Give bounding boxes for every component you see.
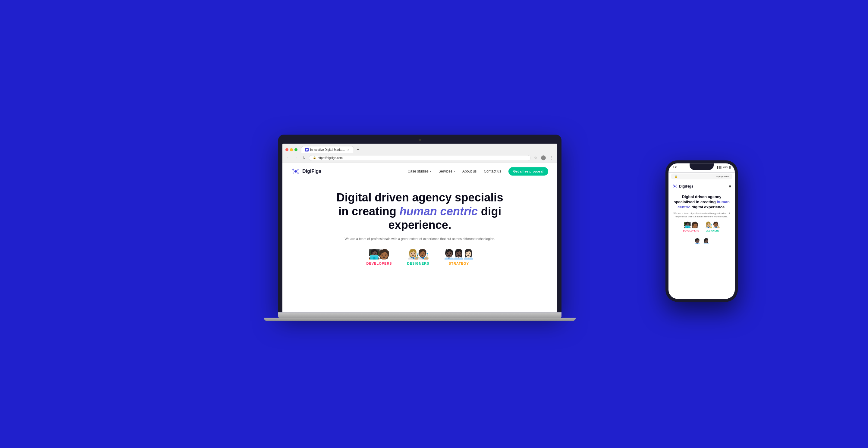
phone-teams: 🧑🏿‍💻 🧑🏾 DEVELOPERS 👩🏼‍🎨 🧑🏾‍🎨 <box>672 221 731 232</box>
developer-avatar-2: 🧑🏾 <box>378 249 390 260</box>
signal-icon: ▌▌▌ <box>717 166 722 169</box>
more-button[interactable]: ⋮ <box>548 155 554 161</box>
strategy-avatar-3: 👩🏻‍💼 <box>462 249 474 260</box>
phone-hero-subtitle: We are a team of professionals with a gr… <box>672 211 731 218</box>
hero-teams: 🧑🏿‍💻 🧑🏾 DEVELOPERS 👩🏼‍🎨 🧑🏾‍🎨 <box>288 249 551 266</box>
nav-links: Case studies ▾ Services ▾ About us <box>408 167 548 175</box>
phone-frame: 9:41 ▌▌▌ WiFi ▓ 🔒 digifigs.com <box>665 161 738 302</box>
phone-hero-title: Digital driven agency specialised in cre… <box>672 195 731 210</box>
logo-icon <box>291 167 300 175</box>
phone-screen: 🔒 digifigs.com <box>669 173 735 299</box>
nav-contact-label: Contact us <box>484 169 501 173</box>
phone-navbar: DigiFigs ≡ <box>672 184 731 189</box>
phone-des-avatars: 👩🏼‍🎨 🧑🏾‍🎨 <box>705 221 720 229</box>
phone-team-designers: 👩🏼‍🎨 🧑🏾‍🎨 DESIGNERS <box>705 221 720 232</box>
phone-designers-label: DESIGNERS <box>706 230 720 232</box>
nav-services[interactable]: Services ▾ <box>438 169 455 173</box>
svg-point-2 <box>292 169 294 170</box>
phone-content: DigiFigs ≡ Digital driven agency special… <box>669 181 735 247</box>
address-bar[interactable]: 🔒 https://digifigs.com <box>309 155 531 161</box>
laptop-device: Innovative Digital Marke... × + ← → ↻ 🔒 … <box>278 135 561 321</box>
phone-hero-title-text: Digital driven agency specialised in cre… <box>674 195 721 204</box>
laptop-screen: Innovative Digital Marke... × + ← → ↻ 🔒 … <box>282 144 557 312</box>
hero-section: Digital driven agency specialis in creat… <box>282 180 557 271</box>
laptop-camera <box>418 139 421 141</box>
svg-point-0 <box>306 149 308 150</box>
phone-url-bar[interactable]: 🔒 digifigs.com <box>671 174 733 179</box>
minimize-dot[interactable] <box>290 148 293 151</box>
nav-about[interactable]: About us <box>462 169 476 173</box>
strategy-label: STRATEGY <box>449 262 469 266</box>
scene: Innovative Digital Marke... × + ← → ↻ 🔒 … <box>72 43 796 405</box>
case-studies-dropdown-icon: ▾ <box>430 170 431 173</box>
hero-title-highlight: human centric <box>399 205 478 218</box>
phone-logo-text: DigiFigs <box>679 184 693 188</box>
hamburger-menu-icon[interactable]: ≡ <box>729 184 731 189</box>
team-strategy: 🧑🏿‍💼 👩🏿‍💼 👩🏻‍💼 STRATEGY <box>444 249 473 266</box>
svg-point-11 <box>673 184 674 186</box>
browser-tab[interactable]: Innovative Digital Marke... × <box>301 146 354 153</box>
browser-dots <box>285 148 298 151</box>
phone-dev-avatars: 🧑🏿‍💻 🧑🏾 <box>684 221 699 229</box>
designers-label: DESIGNERS <box>407 262 430 266</box>
hero-title-line2: in creating <box>338 205 400 218</box>
back-button[interactable]: ← <box>285 155 291 161</box>
developers-avatars: 🧑🏿‍💻 🧑🏾 <box>370 249 389 260</box>
hero-title-line3: digi <box>481 205 501 218</box>
nav-case-studies-label: Case studies <box>408 169 429 173</box>
svg-line-9 <box>293 171 294 173</box>
browser-controls: ← → ↻ 🔒 https://digifigs.com ☆ ⋮ <box>285 155 554 161</box>
tab-favicon <box>305 148 309 151</box>
phone-logo-icon <box>672 184 678 189</box>
battery-icon: ▓ <box>729 166 731 169</box>
phone-device: 9:41 ▌▌▌ WiFi ▓ 🔒 digifigs.com <box>665 161 738 302</box>
phone-des-avatar-2: 🧑🏾‍🎨 <box>712 221 720 229</box>
phone-des-avatar-1: 👩🏼‍🎨 <box>705 221 712 229</box>
hero-title: Digital driven agency specialis in creat… <box>314 191 525 232</box>
phone-hero-title-end: digital experience. <box>691 204 725 209</box>
nav-case-studies[interactable]: Case studies ▾ <box>408 169 431 173</box>
phone-extra-avatar-2: 👩🏿‍💼 <box>703 238 710 244</box>
site-navbar: DigiFigs Case studies ▾ Services ▾ <box>282 163 557 180</box>
lock-icon: 🔒 <box>313 156 316 159</box>
team-designers: 👩🏼‍🎨 🧑🏾‍🎨 DESIGNERS <box>407 249 430 266</box>
strategy-avatars: 🧑🏿‍💼 👩🏿‍💼 👩🏻‍💼 <box>444 249 473 260</box>
phone-developers-label: DEVELOPERS <box>683 230 699 232</box>
laptop-base <box>278 312 561 318</box>
phone-logo: DigiFigs <box>672 184 693 189</box>
team-developers: 🧑🏿‍💻 🧑🏾 DEVELOPERS <box>367 249 392 266</box>
tab-title: Innovative Digital Marke... <box>310 148 345 151</box>
refresh-button[interactable]: ↻ <box>301 155 307 161</box>
close-dot[interactable] <box>285 148 288 151</box>
website-content: DigiFigs Case studies ▾ Services ▾ <box>282 163 557 312</box>
phone-notch <box>689 164 714 170</box>
tab-close-button[interactable]: × <box>346 148 350 151</box>
svg-point-10 <box>674 185 675 187</box>
phone-notch-area: 9:41 ▌▌▌ WiFi ▓ <box>669 164 735 173</box>
nav-about-label: About us <box>462 169 476 173</box>
wifi-icon: WiFi <box>723 166 728 169</box>
designer-avatar-2: 🧑🏾‍🎨 <box>417 249 429 260</box>
maximize-dot[interactable] <box>294 148 298 151</box>
forward-button[interactable]: → <box>293 155 299 161</box>
new-tab-button[interactable]: + <box>355 147 361 153</box>
svg-point-14 <box>673 187 674 188</box>
phone-time: 9:41 <box>673 166 678 169</box>
phone-url: digifigs.com <box>716 175 729 178</box>
nav-cta-button[interactable]: Get a free proposal <box>508 167 548 175</box>
browser-chrome: Innovative Digital Marke... × + ← → ↻ 🔒 … <box>282 144 557 163</box>
nav-services-label: Services <box>438 169 453 173</box>
hero-subtitle: We are a team of professionals with a gr… <box>344 236 495 241</box>
laptop-foot <box>264 318 576 321</box>
svg-point-1 <box>294 170 297 173</box>
phone-lock-icon: 🔒 <box>675 175 678 178</box>
logo-text: DigiFigs <box>302 169 321 174</box>
hero-title-line4: experience. <box>388 219 451 232</box>
profile-button[interactable] <box>540 155 547 161</box>
laptop-frame: Innovative Digital Marke... × + ← → ↻ 🔒 … <box>278 135 561 312</box>
nav-contact[interactable]: Contact us <box>484 169 501 173</box>
bookmark-button[interactable]: ☆ <box>532 155 538 161</box>
services-dropdown-icon: ▾ <box>454 170 455 173</box>
site-logo: DigiFigs <box>291 167 321 175</box>
phone-team-developers: 🧑🏿‍💻 🧑🏾 DEVELOPERS <box>683 221 699 232</box>
